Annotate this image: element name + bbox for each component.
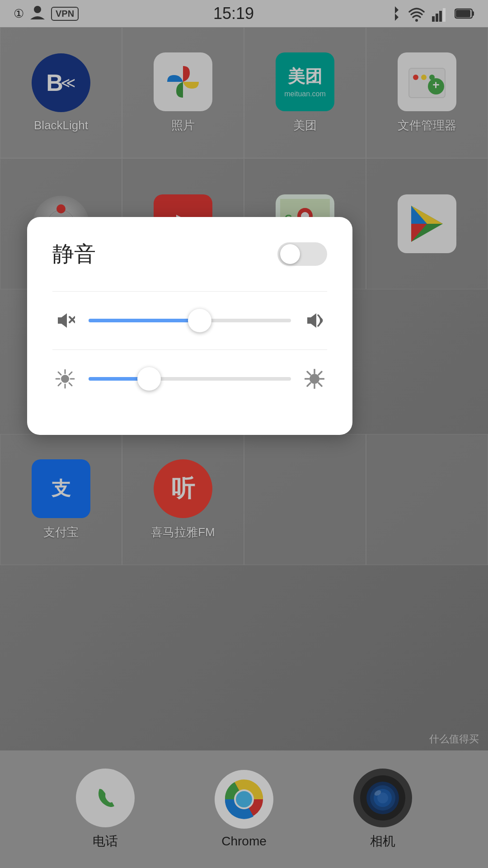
svg-line-46 — [319, 383, 322, 386]
volume-max-icon — [302, 308, 327, 333]
volume-thumb[interactable] — [188, 309, 211, 332]
user-icon — [29, 4, 46, 24]
brightness-thumb[interactable] — [137, 367, 161, 391]
vpn-badge: VPN — [51, 7, 79, 21]
svg-point-0 — [34, 6, 41, 13]
volume-slider-row — [52, 308, 327, 333]
brightness-slider-row — [52, 366, 327, 392]
svg-point-31 — [61, 375, 69, 383]
svg-rect-2 — [432, 16, 435, 22]
panel-header: 静音 — [52, 240, 327, 269]
bluetooth-icon — [389, 5, 401, 22]
svg-rect-5 — [443, 8, 446, 22]
svg-line-48 — [307, 383, 310, 386]
notification-count: ① — [14, 7, 24, 21]
svg-line-47 — [319, 372, 322, 375]
status-time: 15:19 — [213, 4, 254, 23]
status-right — [389, 5, 474, 22]
toggle-knob — [280, 244, 300, 264]
volume-mute-icon — [52, 308, 78, 333]
svg-point-40 — [310, 374, 319, 384]
divider-1 — [52, 291, 327, 292]
volume-fill — [89, 319, 200, 322]
brightness-low-icon — [52, 366, 78, 392]
signal-icon — [432, 5, 448, 22]
svg-line-38 — [69, 372, 72, 375]
svg-rect-4 — [439, 11, 442, 22]
svg-line-37 — [69, 383, 72, 386]
battery-icon — [455, 7, 474, 20]
wifi-icon — [408, 5, 426, 22]
status-left: ① VPN — [14, 4, 79, 24]
status-bar: ① VPN 15:19 — [0, 0, 488, 27]
svg-line-36 — [58, 372, 61, 375]
panel-title: 静音 — [52, 240, 96, 269]
volume-slider[interactable] — [89, 319, 291, 322]
volume-panel: 静音 — [27, 217, 352, 435]
svg-point-1 — [415, 19, 418, 22]
brightness-slider[interactable] — [89, 377, 291, 381]
svg-rect-7 — [472, 11, 474, 16]
svg-line-45 — [307, 372, 310, 375]
divider-2 — [52, 349, 327, 350]
mute-toggle[interactable] — [277, 242, 327, 266]
svg-line-39 — [58, 383, 61, 386]
brightness-high-icon — [302, 366, 327, 392]
svg-rect-3 — [436, 14, 438, 22]
svg-rect-8 — [456, 10, 470, 17]
